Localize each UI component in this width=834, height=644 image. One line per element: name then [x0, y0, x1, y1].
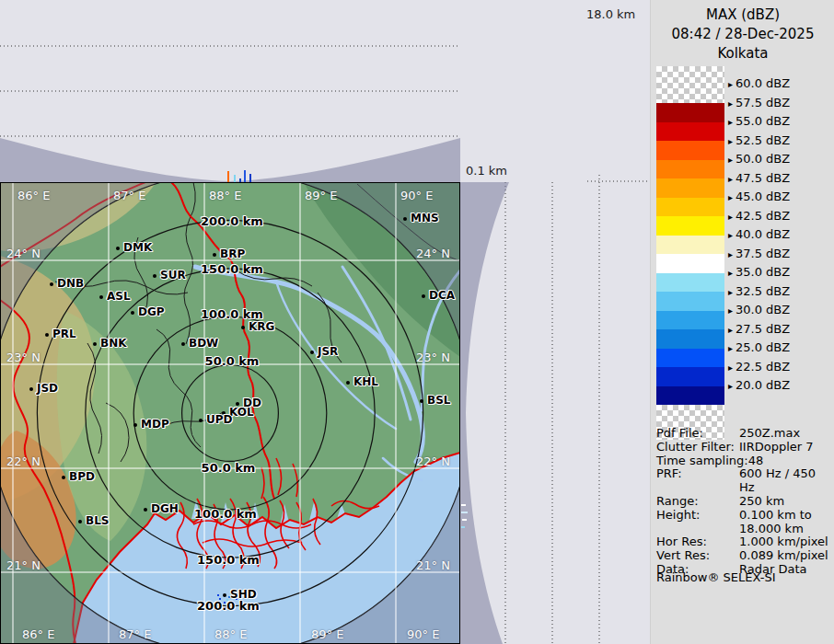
- colorband: [656, 178, 724, 198]
- colorband: [656, 367, 724, 386]
- dbz-value: 57.5 dBZ: [736, 96, 790, 109]
- metadata-row: Height:0.100 km to 18.000 km: [656, 509, 833, 536]
- dbz-value: 30.0 dBZ: [736, 303, 790, 316]
- metadata-row: Vert Res:0.089 km/pixel: [656, 549, 833, 563]
- legend-title: MAX (dBZ) 08:42 / 28-Dec-2025 Kolkata: [651, 6, 834, 63]
- metadata-value: 0.100 km to 18.000 km: [739, 509, 812, 536]
- metadata-value: 48: [748, 454, 764, 468]
- scale-tick-label: ▸25.0 dBZ: [728, 340, 790, 354]
- colorband: [656, 198, 724, 217]
- height-profile-top-panel[interactable]: [0, 0, 460, 182]
- scale-tick-label: ▸60.0 dBZ: [728, 76, 790, 90]
- metadata-label: Pdf File:: [656, 427, 739, 441]
- colorband: [656, 254, 724, 273]
- tick-arrow-icon: ▸: [728, 98, 733, 109]
- metadata-label: Height:: [656, 509, 739, 536]
- colorband: [656, 160, 724, 179]
- tick-arrow-icon: ▸: [728, 325, 733, 335]
- colorband: [656, 329, 724, 349]
- colorbar: [656, 66, 724, 440]
- corner-axis-ticks: [587, 175, 650, 182]
- metadata-label: Hor Res:: [656, 535, 739, 549]
- colorband: [656, 216, 724, 236]
- metadata-value: 250Z.max: [739, 427, 800, 441]
- metadata-value: 1.000 km/pixel: [739, 535, 828, 549]
- tick-arrow-icon: ▸: [728, 305, 733, 316]
- dbz-value: 45.0 dBZ: [736, 190, 790, 203]
- product-name: MAX (dBZ): [651, 6, 834, 25]
- metadata-label: PRF:: [656, 467, 739, 495]
- dbz-value: 20.0 dBZ: [736, 378, 790, 392]
- tick-arrow-icon: ▸: [728, 287, 733, 297]
- colorband: [656, 141, 724, 160]
- metadata-row: Pdf File:250Z.max: [656, 427, 833, 441]
- legend-panel: MAX (dBZ) 08:42 / 28-Dec-2025 Kolkata ▸6…: [650, 0, 834, 644]
- scale-tick-label: ▸57.5 dBZ: [728, 96, 790, 109]
- dbz-value: 47.5 dBZ: [736, 171, 790, 185]
- earth-curvature-blind-zone: [460, 182, 509, 644]
- scale-tick-label: ▸37.5 dBZ: [728, 247, 790, 260]
- dbz-value: 42.5 dBZ: [736, 209, 790, 223]
- tick-arrow-icon: ▸: [728, 79, 733, 89]
- dbz-value: 40.0 dBZ: [736, 227, 790, 241]
- tick-arrow-icon: ▸: [728, 268, 733, 278]
- scale-tick-label: ▸47.5 dBZ: [728, 171, 790, 185]
- dbz-value: 60.0 dBZ: [736, 76, 790, 90]
- product-metadata: Pdf File:250Z.maxClutter Filter:IIRDoppl…: [656, 427, 833, 577]
- radar-echo-marks: [227, 170, 251, 182]
- scale-tick-label: ▸42.5 dBZ: [728, 209, 790, 223]
- colorband: [656, 122, 724, 142]
- colorband: [656, 349, 724, 368]
- software-brand: Rainbow® SELEX-SI: [656, 570, 776, 584]
- scale-tick-label: ▸50.0 dBZ: [728, 152, 790, 166]
- metadata-label: Range:: [656, 495, 739, 509]
- earth-curvature-blind-zone: [0, 138, 460, 182]
- tick-arrow-icon: ▸: [728, 155, 733, 165]
- height-gridlines: [0, 46, 460, 136]
- dbz-value: 55.0 dBZ: [736, 114, 790, 128]
- tick-arrow-icon: ▸: [728, 343, 733, 353]
- dbz-value: 22.5 dBZ: [736, 360, 790, 374]
- scale-tick-label: ▸30.0 dBZ: [728, 303, 790, 316]
- metadata-row: Clutter Filter:IIRDoppler 7: [656, 441, 833, 454]
- colorband: [656, 273, 724, 293]
- tick-arrow-icon: ▸: [728, 212, 733, 222]
- scale-tick-label: ▸27.5 dBZ: [728, 322, 790, 336]
- scale-tick-label: ▸40.0 dBZ: [728, 227, 790, 241]
- metadata-value: 600 Hz / 450 Hz: [739, 467, 833, 495]
- radar-map[interactable]: 86° E86° E87° E87° E88° E88° E89° E89° E…: [0, 182, 460, 644]
- dbz-value: 50.0 dBZ: [736, 152, 790, 166]
- scale-tick-label: ▸52.5 dBZ: [728, 133, 790, 147]
- metadata-label: Vert Res:: [656, 549, 739, 563]
- metadata-value: 0.089 km/pixel: [739, 549, 828, 563]
- tick-arrow-icon: ▸: [728, 381, 733, 391]
- dbz-color-scale: ▸60.0 dBZ▸57.5 dBZ▸55.0 dBZ▸52.5 dBZ▸50.…: [656, 66, 831, 427]
- dbz-value: 27.5 dBZ: [736, 322, 790, 336]
- metadata-value: 250 km: [739, 495, 784, 509]
- tick-arrow-icon: ▸: [728, 362, 733, 373]
- metadata-value: IIRDoppler 7: [739, 441, 814, 454]
- tick-arrow-icon: ▸: [728, 230, 733, 240]
- scale-tick-label: ▸45.0 dBZ: [728, 190, 790, 203]
- metadata-label: Clutter Filter:: [656, 441, 739, 454]
- dbz-value: 32.5 dBZ: [736, 284, 790, 298]
- radar-application-window: 18.0 km 0.1 km: [0, 0, 834, 644]
- colorband: [656, 103, 724, 122]
- dbz-value: 35.0 dBZ: [736, 265, 790, 279]
- metadata-row: Time sampling:48: [656, 454, 833, 468]
- scale-tick-label: ▸22.5 dBZ: [728, 360, 790, 374]
- dbz-value: 52.5 dBZ: [736, 133, 790, 147]
- scale-tick-label: ▸55.0 dBZ: [728, 114, 790, 128]
- dbz-value: 25.0 dBZ: [736, 340, 790, 354]
- scale-tick-label: ▸35.0 dBZ: [728, 265, 790, 279]
- metadata-label: Time sampling:: [656, 454, 748, 468]
- metadata-row: Hor Res:1.000 km/pixel: [656, 535, 833, 549]
- tick-arrow-icon: ▸: [728, 136, 733, 146]
- scale-tick-label: ▸32.5 dBZ: [728, 284, 790, 298]
- height-profile-right-panel[interactable]: [460, 182, 650, 644]
- station-name: Kolkata: [651, 44, 834, 63]
- metadata-row: PRF:600 Hz / 450 Hz: [656, 467, 833, 495]
- tick-arrow-icon: ▸: [728, 249, 733, 259]
- metadata-row: Range:250 km: [656, 495, 833, 509]
- colorband-above-max: [656, 66, 724, 103]
